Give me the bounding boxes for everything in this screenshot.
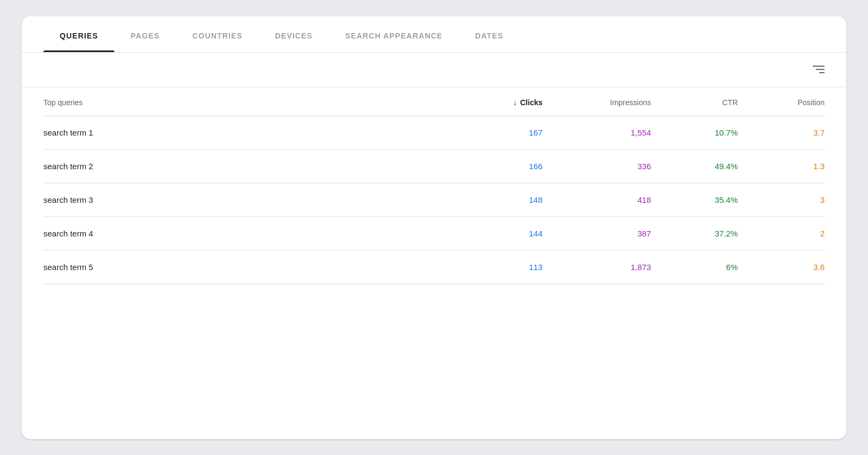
filter-icon-bar-2	[816, 69, 825, 70]
filter-icon-bar-1	[813, 66, 825, 67]
cell-clicks: 167	[445, 128, 542, 137]
cell-clicks: 113	[445, 262, 542, 272]
cell-ctr: 10.7%	[651, 128, 738, 137]
cell-impressions: 1,873	[542, 262, 651, 272]
filter-icon-bar-3	[819, 72, 825, 73]
table-row: search term 4 144 387 37.2% 2	[43, 217, 825, 251]
sort-arrow-icon: ↓	[513, 98, 517, 107]
col-header-ctr[interactable]: CTR	[651, 98, 738, 107]
cell-clicks: 144	[445, 229, 542, 238]
cell-impressions: 418	[542, 195, 651, 204]
cell-impressions: 336	[542, 162, 651, 171]
cell-position: 1.3	[738, 162, 825, 171]
cell-impressions: 1,554	[542, 128, 651, 137]
cell-query: search term 5	[43, 262, 445, 272]
col-header-clicks-label: Clicks	[520, 98, 542, 107]
cell-position: 2	[738, 229, 825, 238]
cell-query: search term 4	[43, 229, 445, 238]
data-table: Top queries ↓ Clicks Impressions CTR Pos…	[22, 87, 846, 284]
filter-row	[22, 53, 846, 87]
cell-clicks: 148	[445, 195, 542, 204]
cell-query: search term 1	[43, 128, 445, 137]
col-header-clicks[interactable]: ↓ Clicks	[445, 98, 542, 107]
tab-dates[interactable]: DATES	[459, 16, 520, 52]
tab-search-appearance[interactable]: SEARCH APPEARANCE	[329, 16, 459, 52]
tab-countries[interactable]: COUNTRIES	[176, 16, 259, 52]
table-row: search term 1 167 1,554 10.7% 3.7	[43, 116, 825, 150]
cell-position: 3.6	[738, 262, 825, 272]
col-header-query: Top queries	[43, 98, 445, 107]
cell-impressions: 387	[542, 229, 651, 238]
col-header-position[interactable]: Position	[738, 98, 825, 107]
tab-pages[interactable]: PAGES	[114, 16, 176, 52]
table-row: search term 2 166 336 49.4% 1.3	[43, 150, 825, 183]
cell-ctr: 35.4%	[651, 195, 738, 204]
cell-query: search term 3	[43, 195, 445, 204]
table-header: Top queries ↓ Clicks Impressions CTR Pos…	[43, 87, 825, 116]
tab-bar: QUERIES PAGES COUNTRIES DEVICES SEARCH A…	[22, 16, 846, 53]
main-card: QUERIES PAGES COUNTRIES DEVICES SEARCH A…	[22, 16, 846, 439]
cell-position: 3	[738, 195, 825, 204]
filter-button[interactable]	[813, 66, 825, 73]
cell-clicks: 166	[445, 162, 542, 171]
tab-devices[interactable]: DEVICES	[259, 16, 329, 52]
tab-queries[interactable]: QUERIES	[43, 16, 114, 52]
cell-ctr: 37.2%	[651, 229, 738, 238]
cell-position: 3.7	[738, 128, 825, 137]
cell-ctr: 6%	[651, 262, 738, 272]
table-row: search term 5 113 1,873 6% 3.6	[43, 251, 825, 284]
cell-ctr: 49.4%	[651, 162, 738, 171]
cell-query: search term 2	[43, 162, 445, 171]
table-row: search term 3 148 418 35.4% 3	[43, 183, 825, 217]
col-header-impressions[interactable]: Impressions	[542, 98, 651, 107]
